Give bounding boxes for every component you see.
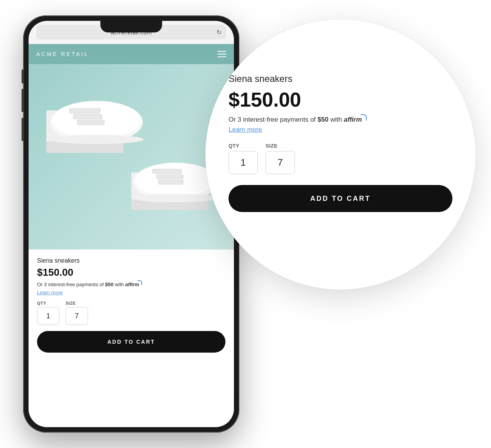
zoom-qty-box[interactable]: 1 <box>229 151 258 174</box>
volume-mute-button <box>22 70 23 83</box>
hamburger-menu[interactable] <box>218 51 226 57</box>
svg-rect-4 <box>69 109 100 113</box>
qty-label: QTY <box>37 301 59 305</box>
hamburger-line <box>218 51 226 52</box>
size-group: SIZE 7 <box>66 301 88 325</box>
product-name: Siena sneakers <box>37 257 225 264</box>
zoom-qty-group: QTY 1 <box>229 143 258 174</box>
product-image-svg <box>29 64 234 249</box>
phone-screen: acmeretail.com ↻ ACME RETAIL <box>29 21 234 427</box>
add-to-cart-button[interactable]: ADD TO CART <box>37 331 225 353</box>
zoom-affirm-text: Or 3 interest-free payments of $50 with … <box>229 116 452 124</box>
zoom-qty-label: QTY <box>229 143 258 149</box>
qty-group: QTY 1 <box>37 301 59 325</box>
scene: acmeretail.com ↻ ACME RETAIL <box>0 0 491 448</box>
size-label: SIZE <box>66 301 88 305</box>
zoom-affirm-prefix: Or 3 interest-free payments of <box>229 116 318 123</box>
svg-point-15 <box>132 194 219 202</box>
svg-rect-14 <box>158 180 183 184</box>
zoom-learn-more-link[interactable]: Learn more <box>229 126 262 134</box>
svg-rect-6 <box>77 120 104 125</box>
affirm-brand: affirm <box>125 282 139 287</box>
zoom-qty-size-row: QTY 1 SIZE 7 <box>229 143 452 174</box>
zoom-affirm-brand: affirm <box>344 116 362 123</box>
zoom-size-group: SIZE 7 <box>266 143 295 174</box>
store-logo: ACME RETAIL <box>36 51 218 57</box>
product-details: Siena sneakers $150.00 Or 3 interest-fre… <box>29 249 234 427</box>
phone-notch <box>100 21 162 32</box>
svg-point-7 <box>49 135 144 144</box>
zoom-add-to-cart-label: ADD TO CART <box>310 195 371 203</box>
affirm-prefix: Or 3 interest-free payments of <box>37 282 105 287</box>
zoom-affirm-amount: $50 <box>318 116 328 123</box>
hamburger-line <box>218 54 226 54</box>
phone: acmeretail.com ↻ ACME RETAIL <box>23 15 239 433</box>
hamburger-line <box>218 56 226 57</box>
zoom-add-to-cart-button[interactable]: ADD TO CART <box>229 185 452 212</box>
zoom-size-box[interactable]: 7 <box>266 151 295 174</box>
volume-up-button <box>22 89 23 112</box>
product-image-area <box>29 64 234 249</box>
qty-size-row: QTY 1 SIZE 7 <box>37 301 225 325</box>
learn-more-link[interactable]: Learn more <box>37 290 63 295</box>
reload-icon[interactable]: ↻ <box>217 29 222 36</box>
add-to-cart-label: ADD TO CART <box>107 339 155 345</box>
size-box[interactable]: 7 <box>66 307 88 325</box>
svg-rect-13 <box>156 175 183 179</box>
zoom-content: Siena sneakers $150.00 Or 3 interest-fre… <box>229 73 452 212</box>
svg-rect-12 <box>152 169 181 173</box>
zoom-price: $150.00 <box>229 88 452 111</box>
affirm-amount: $50 <box>105 282 113 287</box>
store-header: ACME RETAIL <box>29 44 234 64</box>
zoom-product-name: Siena sneakers <box>229 73 452 84</box>
volume-down-button <box>22 118 23 141</box>
svg-rect-5 <box>73 114 102 119</box>
zoom-affirm-middle: with <box>328 116 344 123</box>
product-price: $150.00 <box>37 266 225 278</box>
affirm-text: Or 3 interest-free payments of $50 with … <box>37 282 225 287</box>
affirm-middle: with <box>113 282 125 287</box>
zoom-size-label: SIZE <box>266 143 295 149</box>
qty-box[interactable]: 1 <box>37 307 59 325</box>
zoom-circle: Siena sneakers $150.00 Or 3 interest-fre… <box>205 19 476 290</box>
